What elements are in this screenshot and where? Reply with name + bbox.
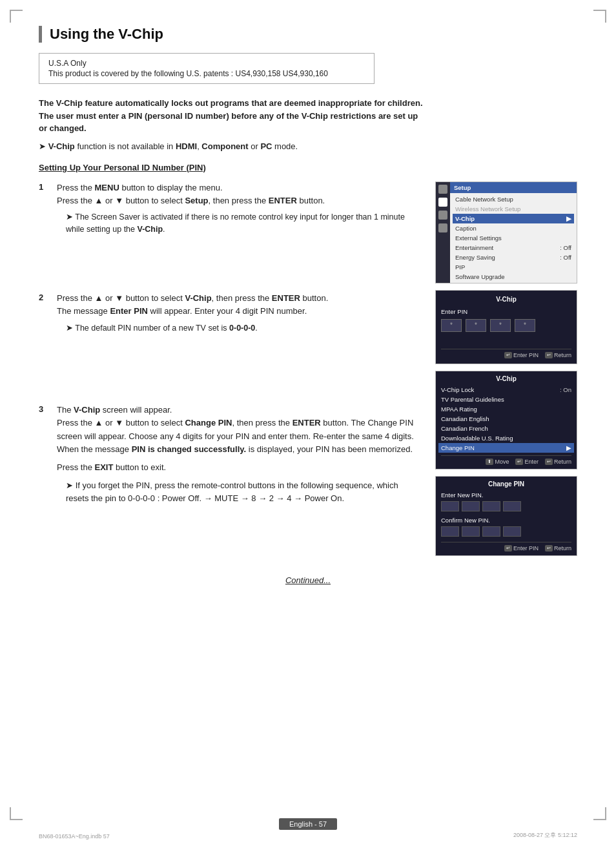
content-area: 1 Press the MENU button to display the m… xyxy=(39,181,577,556)
menu-item-pip: PIP xyxy=(453,262,574,272)
return-icon-3: ↩ xyxy=(545,459,553,465)
step-3-exit: Press the EXIT button to exit. xyxy=(57,461,422,474)
pin-box-2: * xyxy=(466,319,486,332)
confirm-pin-label: Confirm New PIN. xyxy=(441,517,571,524)
screen-setup-menu: Setup Cable Network Setup Wireless Netwo… xyxy=(435,181,577,284)
opt-cdn-english: Canadian English xyxy=(441,414,571,424)
step-2-content: Press the ▲ or ▼ button to select V-Chip… xyxy=(57,292,422,389)
new-pin-boxes xyxy=(441,501,571,511)
pin-boxes: * * * * xyxy=(441,319,571,332)
confirm-pin-boxes xyxy=(441,526,571,537)
vchip-pin-inner: V-Chip Enter PIN * * * * ↵ Enter PIN xyxy=(436,291,577,364)
menu-item-energy: Energy Saving : Off xyxy=(453,253,574,262)
confirm-pin-box-2 xyxy=(462,526,480,537)
pin-box-1: * xyxy=(441,319,462,332)
footer-file-info: BN68-01653A~Eng.indb 57 xyxy=(39,833,110,840)
footer-badge: English - 57 xyxy=(279,818,337,830)
change-pin-footer: ↵ Enter PIN ↩ Return xyxy=(441,542,571,552)
enter-icon: ↵ xyxy=(504,352,512,358)
step-number-1: 1 xyxy=(39,181,49,278)
sidebar-icon-3 xyxy=(438,211,447,220)
footer-return-btn-4: ↩ Return xyxy=(545,545,571,552)
intro-note: V-Chip function is not available in HDMI… xyxy=(39,141,426,151)
confirm-pin-box-4 xyxy=(503,526,521,537)
vchip-screen-title-3: V-Chip xyxy=(441,375,571,382)
intro-paragraph: The V-Chip feature automatically locks o… xyxy=(39,97,426,135)
step-2-note: The default PIN number of a new TV set i… xyxy=(66,322,422,335)
pin-box-4: * xyxy=(515,319,535,332)
return-icon-4: ↩ xyxy=(545,545,553,552)
footer-move-btn: ⬆ Move xyxy=(486,459,509,465)
opt-vchiplock: V-Chip Lock : On xyxy=(441,385,571,395)
new-pin-label: Enter New PIN. xyxy=(441,491,571,499)
footer-enter-btn: ↵ Enter PIN xyxy=(504,352,539,358)
menu-item-entertainment: Entertainment : Off xyxy=(453,243,574,253)
opt-tv-parental: TV Parental Guidelines xyxy=(441,395,571,404)
new-pin-box-3 xyxy=(482,501,500,511)
screen-change-pin: Change PIN Enter New PIN. Confirm New PI… xyxy=(435,476,577,556)
page-title: Using the V-Chip xyxy=(39,26,577,43)
step-1: 1 Press the MENU button to display the m… xyxy=(39,181,422,278)
confirm-pin-box-1 xyxy=(441,526,459,537)
opt-downloadable: Downloadable U.S. Rating xyxy=(441,433,571,443)
footer-enter-btn-3: ↵ Enter xyxy=(515,459,539,465)
step-1-note: The Screen Saver is activated if there i… xyxy=(66,211,422,236)
menu-item-caption: Caption xyxy=(453,223,574,233)
setup-sidebar xyxy=(436,182,450,283)
opt-cdn-french: Canadian French xyxy=(441,424,571,433)
move-icon: ⬆ xyxy=(486,459,493,465)
change-pin-title: Change PIN xyxy=(441,480,571,488)
step-3-content: The V-Chip screen will appear. Press the… xyxy=(57,404,422,509)
notice-line2: This product is covered by the following… xyxy=(48,69,365,78)
confirm-pin-box-3 xyxy=(482,526,500,537)
vchip-options-footer: ⬆ Move ↵ Enter ↩ Return xyxy=(441,455,571,465)
setup-menu-items: Cable Network Setup Wireless Network Set… xyxy=(450,193,577,283)
page-wrapper: Using the V-Chip U.S.A Only This product… xyxy=(0,0,616,846)
return-icon: ↩ xyxy=(545,352,553,358)
menu-item-external: External Settings xyxy=(453,233,574,243)
sidebar-icon-4 xyxy=(438,223,447,232)
opt-change-pin: Change PIN ▶ xyxy=(438,443,574,453)
enter-icon-4: ↵ xyxy=(504,545,512,552)
corner-mark-tl xyxy=(10,10,23,23)
step-3-note: If you forget the PIN, press the remote-… xyxy=(66,479,422,505)
step-1-content: Press the MENU button to display the men… xyxy=(57,181,422,278)
step-number-2: 2 xyxy=(39,292,49,389)
menu-item-cable: Cable Network Setup xyxy=(453,194,574,204)
step-2: 2 Press the ▲ or ▼ button to select V-Ch… xyxy=(39,292,422,389)
setup-menu-container: Setup Cable Network Setup Wireless Netwo… xyxy=(436,182,577,283)
step-3: 3 The V-Chip screen will appear. Press t… xyxy=(39,404,422,509)
right-column: Setup Cable Network Setup Wireless Netwo… xyxy=(435,181,577,556)
sidebar-icon-1 xyxy=(438,185,447,194)
opt-mpaa: MPAA Rating xyxy=(441,404,571,414)
pin-screen-footer: ↵ Enter PIN ↩ Return xyxy=(441,349,571,358)
menu-item-wireless: Wireless Network Setup xyxy=(453,204,574,214)
section-heading: Setting Up Your Personal ID Number (PIN) xyxy=(39,163,577,172)
continued-text: Continued... xyxy=(39,575,577,585)
footer-return-btn-3: ↩ Return xyxy=(545,459,571,465)
menu-item-software: Software Upgrade xyxy=(453,272,574,282)
page-footer: English - 57 xyxy=(0,818,616,830)
menu-item-vchip: V-Chip ▶ xyxy=(453,214,574,223)
pin-label: Enter PIN xyxy=(441,308,571,315)
new-pin-box-1 xyxy=(441,501,459,511)
screen-pin-entry: V-Chip Enter PIN * * * * ↵ Enter PIN xyxy=(435,290,577,364)
vchip-screen-title-2: V-Chip xyxy=(441,296,571,303)
sidebar-icon-2 xyxy=(438,198,447,207)
corner-mark-tr xyxy=(593,10,606,23)
new-pin-box-4 xyxy=(503,501,521,511)
footer-return-btn: ↩ Return xyxy=(545,352,571,358)
screen-vchip-options: V-Chip V-Chip Lock : On TV Parental Guid… xyxy=(435,371,577,469)
new-pin-box-2 xyxy=(462,501,480,511)
step-number-3: 3 xyxy=(39,404,49,509)
pin-box-3: * xyxy=(490,319,511,332)
notice-box: U.S.A Only This product is covered by th… xyxy=(39,53,375,84)
vchip-options-inner: V-Chip V-Chip Lock : On TV Parental Guid… xyxy=(436,371,577,469)
left-column: 1 Press the MENU button to display the m… xyxy=(39,181,422,556)
footer-enter-btn-4: ↵ Enter PIN xyxy=(504,545,539,552)
footer-date-info: 2008-08-27 오후 5:12:12 xyxy=(513,831,577,840)
change-pin-inner: Change PIN Enter New PIN. Confirm New PI… xyxy=(436,477,577,555)
enter-icon-3: ↵ xyxy=(515,459,523,465)
notice-line1: U.S.A Only xyxy=(48,59,365,68)
setup-label: Setup xyxy=(450,182,577,193)
